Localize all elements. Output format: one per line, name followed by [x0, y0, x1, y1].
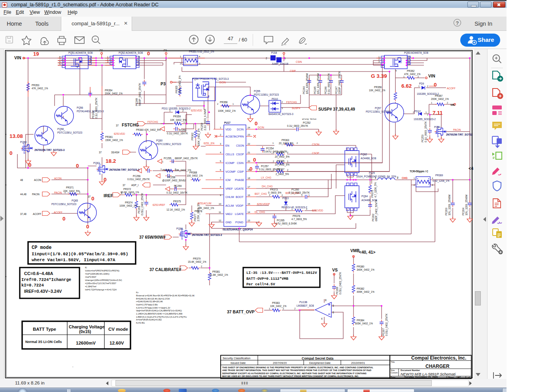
svg-text:1: 1 [180, 55, 181, 58]
svg-text:PQ60: PQ60 [156, 139, 163, 142]
svg-text:1: 1 [308, 194, 310, 196]
svg-text:1: 1 [375, 177, 376, 179]
svg-text:5: 5 [220, 160, 221, 162]
svg-text:ACOFF: ACOFF [54, 211, 62, 214]
svg-text:1: 1 [425, 111, 427, 113]
svg-text:VIN: VIN [14, 55, 21, 60]
svg-text:0.02_1206_1%: 0.02_1206_1% [433, 179, 450, 183]
svg-text:10K_0402_1%: 10K_0402_1% [369, 89, 386, 92]
svg-text:Tuesday, December 29, 2009: Tuesday, December 29, 2009 [404, 376, 438, 379]
svg-text:PC267: PC267 [382, 328, 385, 336]
svg-text:CSON: CSON [236, 144, 244, 147]
svg-text:6251VDD: 6251VDD [312, 209, 323, 212]
svg-text:6: 6 [333, 311, 334, 314]
svg-text:2: 2 [79, 191, 80, 194]
svg-text:10K_0402_1%: 10K_0402_1% [175, 169, 191, 172]
svg-text:PDTA144EU_SOT323-3: PDTA144EU_SOT323-3 [77, 110, 104, 113]
svg-text:1: 1 [291, 208, 293, 210]
svg-text:FSTCHG: FSTCHG [286, 101, 297, 104]
svg-text:2: 2 [182, 109, 184, 112]
svg-text:3: 3 [199, 62, 200, 65]
svg-text:6251ACLIM: 6251ACLIM [198, 202, 211, 205]
svg-text:VREF: VREF [225, 187, 233, 190]
svg-text:Vadj=Vref*(R/(R+514K))+CALIBRA: Vadj=Vref*(R/(R+514K))+CALIBRATE*(r/(r+5… [136, 309, 182, 312]
svg-text:PQ64: PQ64 [361, 195, 368, 198]
svg-text:Vchlim=Iref*(PR374/(PR372+PR37: Vchlim=Iref*(PR374/(PR372+PR374)) [85, 270, 119, 272]
svg-text:12.1K_0402_1%: 12.1K_0402_1% [166, 208, 185, 211]
svg-text:20_0402_5%: 20_0402_5% [275, 155, 290, 158]
svg-text:PC252: PC252 [303, 121, 311, 124]
svg-text:100_0402_1%: 100_0402_1% [187, 174, 203, 177]
svg-text:13: 13 [248, 219, 250, 222]
svg-text:2: 2 [306, 208, 307, 210]
svg-text:10U_1206_25V6M: 10U_1206_25V6M [465, 194, 468, 215]
svg-text:PR380: PR380 [357, 265, 365, 268]
svg-text:PDTC115EU_SOT323: PDTC115EU_SOT323 [366, 110, 391, 113]
svg-text:6251VDDP: 6251VDDP [257, 203, 270, 205]
svg-text:PC262: PC262 [372, 213, 374, 221]
svg-text:JUMP_43X118: JUMP_43X118 [272, 62, 288, 66]
svg-text:10: 10 [219, 203, 221, 205]
svg-text:PR359: PR359 [173, 115, 181, 118]
svg-text:VMB: VMB [350, 248, 360, 253]
svg-text:DEPARTMENT EXCEPT AS AUTHORIZE: DEPARTMENT EXCEPT AS AUTHORIZED BY COMPA… [222, 372, 367, 375]
svg-text:@100P_0402_50V8J: @100P_0402_50V8J [162, 179, 186, 182]
svg-text:UGATE: UGATE [234, 187, 244, 190]
svg-text:=1.3842*Iref: =1.3842*Iref [85, 285, 96, 288]
svg-text:CP mode: CP mode [32, 245, 51, 251]
svg-text:=Iref*0.5537: =Iref*0.5537 [85, 276, 96, 278]
svg-text:2_0402_5%: 2_0402_5% [276, 173, 289, 176]
svg-text:<4: <4 [469, 166, 473, 171]
svg-text:ICM: ICM [225, 179, 231, 181]
svg-text:6: 6 [220, 169, 221, 171]
svg-text:PQ58_: PQ58_ [57, 128, 65, 131]
svg-text:CSIP: CSIP [290, 70, 296, 72]
svg-text:200K_0402_1%: 200K_0402_1% [431, 98, 449, 101]
svg-text:80.6K_0402_1%: 80.6K_0402_1% [121, 191, 139, 194]
svg-text:PQ57: PQ57 [375, 107, 382, 110]
svg-text:SUSP# 37,39,43,49: SUSP# 37,39,43,49 [318, 107, 355, 111]
svg-text:0_0603_5%: 0_0603_5% [268, 191, 282, 194]
svg-text:P2: P2 [100, 49, 103, 52]
svg-text:PQ56: PQ56 [77, 106, 83, 109]
svg-text:PR371: PR371 [66, 186, 74, 189]
svg-text:4.2V=0.175*Vadj+3.99V =>Vadj=1: 4.2V=0.175*Vadj+3.99V =>Vadj=1.2V [136, 307, 170, 309]
svg-text:PL29: PL29 [369, 172, 375, 174]
svg-text:r=514K//514K//31.6R=28.14K: r=514K//514K//31.6R=28.14K [136, 300, 163, 303]
svg-text:DCIN: DCIN [258, 126, 264, 129]
svg-text:PGND: PGND [235, 221, 243, 224]
svg-text:6251VDD: 6251VDD [114, 132, 125, 135]
svg-text:CSOP: CSOP [236, 153, 244, 156]
svg-text:PC263: PC263 [445, 207, 448, 215]
svg-text:499K_0402_1%: 499K_0402_1% [357, 290, 374, 294]
svg-text:PU17: PU17 [224, 121, 231, 124]
svg-text:PR375: PR375 [173, 200, 181, 203]
svg-text:47: 47 [458, 376, 461, 379]
svg-text:100K_0402_1%: 100K_0402_1% [218, 109, 236, 113]
svg-text:31.6K_0402_1%: 31.6K_0402_1% [210, 273, 228, 277]
svg-text:Rinternal ic=514K Rec=3K R1=: Rinternal ic=514K Rec=3K R1=PR379=15.4K … [136, 294, 195, 297]
svg-text:19: 19 [248, 169, 250, 171]
svg-text:PR379: PR379 [193, 257, 201, 260]
svg-text:Ichanrge=(165mV/PR369)*(Vchlim: Ichanrge=(165mV/PR369)*(Vchlim/3.3V) [85, 279, 122, 281]
svg-text:1: 1 [269, 307, 270, 310]
svg-text:2: 2 [301, 194, 302, 196]
svg-text:PR362: PR362 [191, 132, 194, 140]
svg-text:5: 5 [408, 63, 410, 65]
svg-text:Iinput=(1/0.02)(0.05*Vaclm/2.3: Iinput=(1/0.02)(0.05*Vaclm/2.39+0.05) [32, 252, 128, 256]
svg-text:PR358: PR358 [220, 101, 228, 104]
svg-text:PC265: PC265 [277, 219, 285, 222]
svg-text:5: 5 [333, 304, 334, 307]
svg-text:AO4466_SO8: AO4466_SO8 [361, 157, 376, 160]
svg-text:PQ53 AO4407A_SO8: PQ53 AO4407A_SO8 [404, 51, 428, 55]
svg-text:PQ54 TP0610K-T1-E3_SOT23-3: PQ54 TP0610K-T1-E3_SOT23-3 [192, 77, 229, 81]
svg-text:1: 1 [273, 151, 274, 154]
svg-text:15: 15 [248, 203, 250, 205]
svg-text:PR361: PR361 [105, 136, 113, 138]
svg-text:1: 1 [287, 160, 288, 162]
svg-text:5: 5 [59, 63, 60, 65]
svg-text:11: 11 [219, 211, 221, 213]
svg-text:7: 7 [294, 307, 296, 310]
svg-text:0: 0 [434, 82, 437, 88]
svg-text:CSIN: CSIN [296, 60, 302, 63]
